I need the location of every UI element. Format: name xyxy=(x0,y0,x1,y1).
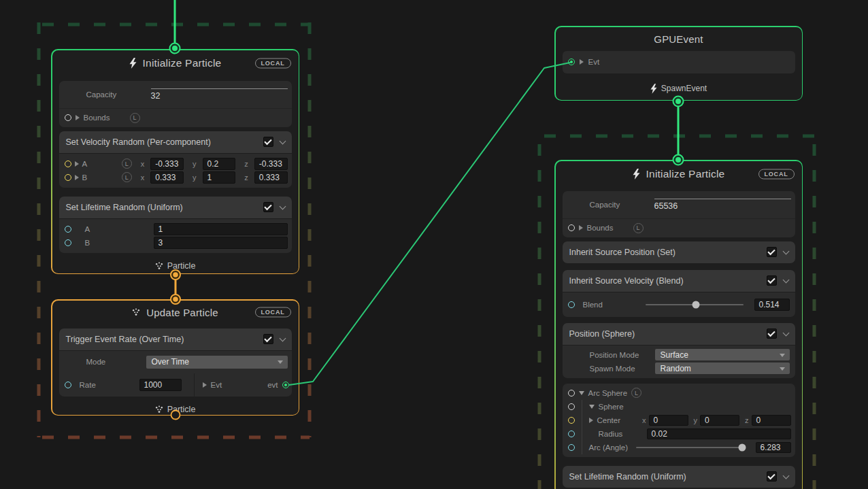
dropdown-arrow-icon xyxy=(278,360,283,364)
lifetime-b-row: B 3 xyxy=(59,236,292,250)
link-badge-icon: L xyxy=(633,223,644,233)
capacity-row: Capacity 32 xyxy=(59,81,292,108)
node-update-particle[interactable]: Update Particle LOCAL Trigger Event Rate… xyxy=(51,299,299,416)
node-header[interactable]: Update Particle LOCAL xyxy=(52,301,299,324)
radius-field[interactable]: 0.02 xyxy=(647,428,791,439)
rate-field[interactable]: 1000 xyxy=(139,379,182,391)
value-field[interactable]: 1 xyxy=(154,223,288,235)
mode-dropdown[interactable]: Over Time xyxy=(146,356,288,369)
vfx-graph-canvas[interactable]: { "nodes": { "left_init": { "title": "In… xyxy=(0,0,868,489)
lightning-bolt-icon xyxy=(633,169,640,180)
y-field[interactable]: 1 xyxy=(203,171,236,184)
expander-icon[interactable] xyxy=(589,418,593,423)
expander-icon[interactable] xyxy=(203,382,207,388)
enabled-checkbox[interactable] xyxy=(263,202,273,212)
expander-icon[interactable] xyxy=(76,115,80,120)
float-port[interactable] xyxy=(568,301,575,308)
float-port[interactable] xyxy=(568,444,575,451)
expander-icon[interactable] xyxy=(579,391,584,395)
node-title-text: Initialize Particle xyxy=(646,168,725,180)
node-gpu-event[interactable]: GPUEvent Evt SpawnEvent xyxy=(554,26,803,101)
node-header[interactable]: Initialize Particle LOCAL xyxy=(52,50,299,76)
evt-label: Evt xyxy=(588,58,600,66)
block-header-trigger-event-rate[interactable]: Trigger Event Rate (Over Time) xyxy=(59,328,292,350)
blend-value-field[interactable]: 0.514 xyxy=(754,299,790,311)
chevron-down-icon[interactable] xyxy=(279,137,286,144)
node-initialize-particle-right[interactable]: Initialize Particle LOCAL Capacity 65536… xyxy=(554,160,803,489)
float-port[interactable] xyxy=(65,382,71,388)
lifetime-a-row: A 1 xyxy=(59,222,292,236)
enabled-checkbox[interactable] xyxy=(767,275,777,286)
x-field[interactable]: -0.333 xyxy=(150,158,184,170)
chevron-down-icon[interactable] xyxy=(782,329,789,336)
block-header-set-lifetime-random[interactable]: Set Lifetime Random (Uniform) xyxy=(59,197,292,218)
float-port[interactable] xyxy=(568,431,575,437)
enabled-checkbox[interactable] xyxy=(767,471,777,482)
vector-port[interactable] xyxy=(65,161,71,167)
arc-angle-slider[interactable] xyxy=(636,447,744,448)
indent-guide xyxy=(582,400,582,414)
x-field[interactable]: 0.333 xyxy=(150,171,184,184)
enabled-checkbox[interactable] xyxy=(767,247,777,257)
y-field[interactable]: 0 xyxy=(700,415,739,426)
x-field[interactable]: 0 xyxy=(649,415,688,426)
value-field[interactable]: 3 xyxy=(154,237,288,249)
slider-handle[interactable] xyxy=(692,301,699,308)
block-header-set-lifetime-random[interactable]: Set Lifetime Random (Uniform) xyxy=(563,466,795,488)
chevron-down-icon[interactable] xyxy=(782,276,789,283)
indent-guide xyxy=(582,427,582,441)
node-title-text: Initialize Particle xyxy=(143,57,222,69)
expander-icon[interactable] xyxy=(580,59,584,65)
expander-icon[interactable] xyxy=(589,405,595,409)
mode-value: Over Time xyxy=(152,357,189,367)
expander-icon[interactable] xyxy=(579,225,583,231)
evt-input-port[interactable] xyxy=(568,58,575,65)
enabled-checkbox[interactable] xyxy=(263,137,273,147)
node-title-text: GPUEvent xyxy=(654,33,703,45)
y-field[interactable]: 0.2 xyxy=(203,158,236,170)
evt-output-port[interactable] xyxy=(282,382,289,388)
capacity-field[interactable]: 32 xyxy=(151,88,288,101)
rate-label: Rate xyxy=(80,381,135,389)
row-label: A xyxy=(85,225,150,233)
particle-icon xyxy=(155,262,163,270)
particle-icon xyxy=(132,308,140,316)
z-field[interactable]: 0.333 xyxy=(254,171,288,184)
node-header[interactable]: GPUEvent xyxy=(556,27,802,51)
enabled-checkbox[interactable] xyxy=(263,334,273,344)
block-header-inherit-source-position[interactable]: Inherit Source Position (Set) xyxy=(563,241,795,263)
arc-angle-value-field[interactable]: 6.283 xyxy=(756,442,791,453)
slider-handle[interactable] xyxy=(739,443,746,451)
blend-slider[interactable] xyxy=(646,304,744,305)
edge-evt-to-gpuevent[interactable] xyxy=(289,63,570,385)
vector-port[interactable] xyxy=(65,174,71,181)
chevron-down-icon[interactable] xyxy=(782,472,789,479)
capacity-field[interactable]: 65536 xyxy=(654,199,791,211)
position-mode-dropdown[interactable]: Surface xyxy=(655,349,790,360)
axis-y-label: y xyxy=(694,416,698,424)
link-badge-icon: L xyxy=(631,388,641,398)
vector-port[interactable] xyxy=(568,417,575,424)
arc-sphere-port[interactable] xyxy=(568,390,575,397)
enabled-checkbox[interactable] xyxy=(767,328,777,339)
block-title: Set Lifetime Random (Uniform) xyxy=(66,203,183,212)
bounds-port[interactable] xyxy=(568,224,575,231)
block-header-position-sphere[interactable]: Position (Sphere) xyxy=(563,323,795,345)
node-initialize-particle-left[interactable]: Initialize Particle LOCAL Capacity 32 Bo… xyxy=(51,49,299,274)
bounds-port[interactable] xyxy=(65,114,71,121)
sphere-port[interactable] xyxy=(568,403,575,410)
chevron-down-icon[interactable] xyxy=(782,248,789,254)
block-header-inherit-source-velocity[interactable]: Inherit Source Velocity (Blend) xyxy=(563,270,795,292)
float-port[interactable] xyxy=(65,226,71,233)
z-field[interactable]: -0.333 xyxy=(254,158,288,170)
block-header-set-velocity-random[interactable]: Set Velocity Random (Per-component) xyxy=(59,131,292,153)
chevron-down-icon[interactable] xyxy=(279,335,286,341)
z-field[interactable]: 0 xyxy=(752,415,791,426)
spawn-mode-dropdown[interactable]: Random xyxy=(655,362,790,374)
chevron-down-icon[interactable] xyxy=(279,203,286,209)
expander-icon[interactable] xyxy=(75,175,79,180)
velocity-b-row: B L x 0.333 y 1 z 0.333 xyxy=(59,171,292,184)
node-header[interactable]: Initialize Particle LOCAL xyxy=(556,161,802,187)
float-port[interactable] xyxy=(65,239,71,246)
expander-icon[interactable] xyxy=(75,161,79,167)
